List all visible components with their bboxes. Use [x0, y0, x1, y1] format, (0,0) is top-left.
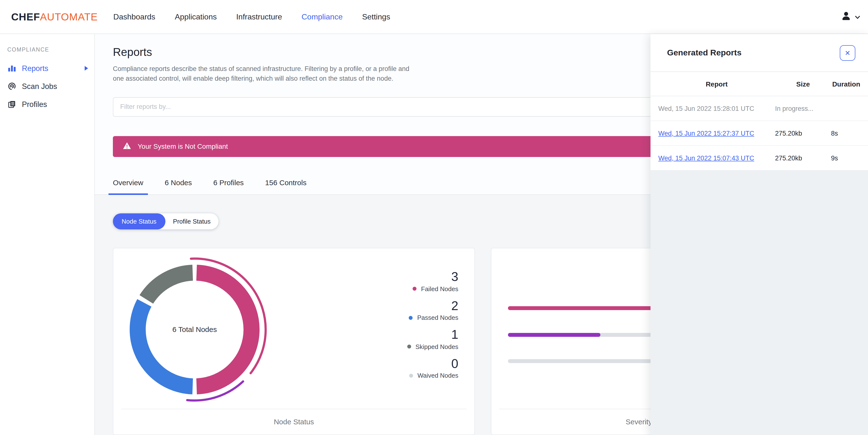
column-report: Report — [658, 80, 775, 88]
skipped-count: 1 — [407, 328, 458, 341]
chevron-down-icon — [855, 12, 860, 21]
failed-label: Failed Nodes — [421, 285, 458, 292]
nav-infrastructure[interactable]: Infrastructure — [236, 12, 282, 21]
documents-icon — [7, 100, 16, 108]
user-icon — [841, 10, 851, 23]
tab-nodes[interactable]: 6 Nodes — [160, 172, 196, 195]
sidebar-item-reports[interactable]: Reports — [0, 59, 94, 77]
skipped-label: Skipped Nodes — [415, 343, 458, 350]
top-navigation: CHEFAUTOMATE Dashboards Applications Inf… — [0, 0, 868, 34]
legend-passed: 2 Passed Nodes — [407, 299, 458, 321]
nav-settings[interactable]: Settings — [362, 12, 390, 21]
user-menu[interactable] — [841, 10, 860, 23]
compliance-sidebar: COMPLIANCE Reports Scan Jobs Profiles — [0, 34, 95, 435]
severity-bar-major — [508, 333, 600, 337]
failed-dot-icon — [413, 287, 417, 291]
legend-waived: 0 Waived Nodes — [407, 357, 458, 379]
generated-reports-title: Generated Reports — [667, 48, 742, 58]
table-row: Wed, 15 Jun 2022 15:07:43 UTC 275.20kb 9… — [651, 146, 868, 171]
report-download-link[interactable]: Wed, 15 Jun 2022 15:27:37 UTC — [658, 130, 754, 137]
node-status-legend: 3 Failed Nodes 2 Passed Nodes 1 Skipped … — [407, 270, 458, 379]
skipped-dot-icon — [407, 344, 411, 348]
report-timestamp: Wed, 15 Jun 2022 15:28:01 UTC — [658, 105, 775, 112]
sidebar-item-profiles[interactable]: Profiles — [0, 95, 94, 113]
passed-dot-icon — [409, 316, 413, 320]
waived-dot-icon — [409, 374, 413, 378]
nav-compliance[interactable]: Compliance — [302, 12, 343, 21]
table-row: Wed, 15 Jun 2022 15:28:01 UTC In progres… — [651, 96, 868, 121]
main-nav: Dashboards Applications Infrastructure C… — [113, 12, 390, 21]
report-duration: 9s — [831, 154, 860, 162]
sidebar-item-label: Scan Jobs — [22, 82, 57, 91]
generated-reports-table: Report Size Duration Wed, 15 Jun 2022 15… — [651, 72, 868, 171]
nav-dashboards[interactable]: Dashboards — [113, 12, 155, 21]
node-status-caption: Node Status — [121, 409, 467, 435]
warning-icon — [123, 142, 131, 151]
failed-count: 3 — [407, 270, 458, 283]
arrow-right-icon — [84, 64, 89, 73]
toggle-node-status[interactable]: Node Status — [113, 213, 165, 229]
banner-text: Your System is Not Compliant — [138, 143, 228, 150]
close-icon[interactable]: ✕ — [840, 45, 855, 61]
sidebar-section-label: COMPLIANCE — [0, 47, 94, 53]
app-window: CHEFAUTOMATE Dashboards Applications Inf… — [0, 0, 868, 435]
legend-skipped: 1 Skipped Nodes — [407, 328, 458, 350]
report-size: 275.20kb — [775, 154, 831, 162]
logo-chef: CHEF — [11, 11, 40, 23]
generated-reports-header: Generated Reports ✕ — [651, 34, 868, 72]
report-size: 275.20kb — [775, 130, 831, 137]
tab-profiles[interactable]: 6 Profiles — [209, 172, 248, 195]
report-duration: 8s — [831, 130, 860, 137]
scan-target-icon — [7, 82, 16, 91]
column-duration: Duration — [831, 80, 860, 88]
report-size: In progress... — [775, 105, 831, 112]
tab-controls[interactable]: 156 Controls — [261, 172, 311, 195]
bar-chart-icon — [7, 64, 16, 72]
generated-reports-panel: Generated Reports ✕ Report Size Duration… — [651, 34, 868, 435]
logo-automate: AUTOMATE — [40, 11, 98, 23]
waived-count: 0 — [407, 357, 458, 370]
table-row: Wed, 15 Jun 2022 15:27:37 UTC 275.20kb 8… — [651, 121, 868, 146]
nav-applications[interactable]: Applications — [175, 12, 217, 21]
chef-automate-logo[interactable]: CHEFAUTOMATE — [11, 11, 98, 23]
donut-center-label: 6 Total Nodes — [122, 257, 268, 402]
page-description: Compliance reports describe the status o… — [113, 64, 412, 83]
status-toggle: Node Status Profile Status — [113, 213, 218, 229]
toggle-profile-status[interactable]: Profile Status — [165, 213, 218, 229]
column-size: Size — [775, 80, 831, 88]
passed-label: Passed Nodes — [417, 314, 458, 321]
node-status-card: 6 Total Nodes 3 Failed Nodes 2 Passed No… — [113, 248, 475, 435]
legend-failed: 3 Failed Nodes — [407, 270, 458, 292]
passed-count: 2 — [407, 299, 458, 312]
sidebar-item-scan-jobs[interactable]: Scan Jobs — [0, 77, 94, 95]
report-download-link[interactable]: Wed, 15 Jun 2022 15:07:43 UTC — [658, 154, 754, 162]
waived-label: Waived Nodes — [417, 372, 458, 379]
sidebar-item-label: Profiles — [22, 100, 47, 109]
tab-overview[interactable]: Overview — [108, 172, 148, 195]
sidebar-item-label: Reports — [22, 64, 49, 73]
table-header-row: Report Size Duration — [651, 72, 868, 96]
